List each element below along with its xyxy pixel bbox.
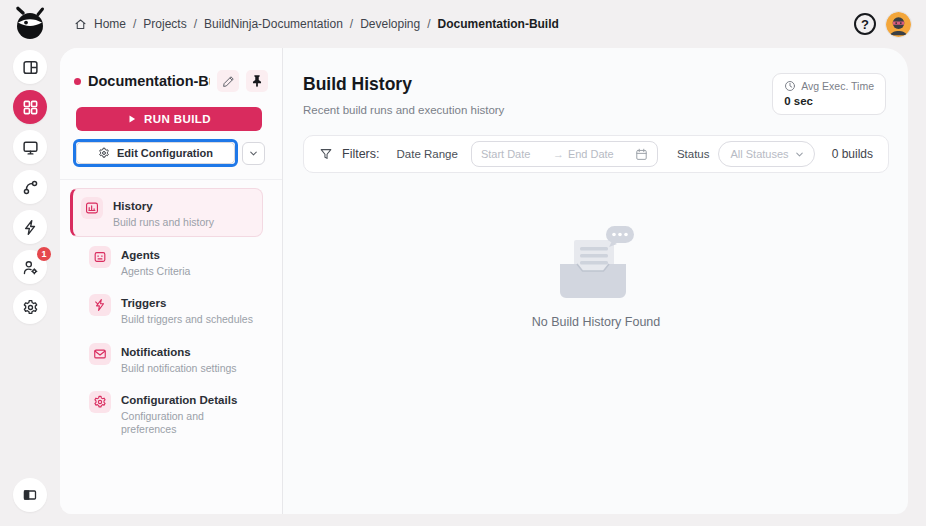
config-menu: HistoryBuild runs and history AgentsAgen… bbox=[60, 179, 282, 444]
run-build-button[interactable]: RUN BUILD bbox=[76, 107, 262, 131]
status-label: Status bbox=[677, 148, 710, 160]
agent-icon bbox=[89, 246, 111, 268]
pin-icon bbox=[250, 74, 264, 88]
pencil-icon bbox=[222, 75, 235, 88]
end-date-input[interactable] bbox=[568, 148, 626, 160]
board-icon[interactable] bbox=[13, 50, 47, 84]
pipeline-icon[interactable] bbox=[13, 170, 47, 204]
menu-item-configuration-details[interactable]: Configuration DetailsConfiguration and p… bbox=[70, 382, 263, 443]
status-dot bbox=[74, 78, 81, 85]
build-history-main: Build History Recent build runs and exec… bbox=[284, 48, 908, 514]
edit-configuration-button[interactable]: Edit Configuration bbox=[76, 142, 235, 164]
breadcrumb: Home / Projects / BuildNinja-Documentati… bbox=[74, 17, 559, 31]
notification-badge: 1 bbox=[37, 247, 51, 261]
gear-icon bbox=[89, 391, 111, 413]
breadcrumb-current: Documentation-Build bbox=[438, 17, 559, 31]
focus-highlight-box: Edit Configuration bbox=[73, 139, 238, 167]
empty-state-message: No Build History Found bbox=[532, 315, 661, 329]
bolt-icon[interactable] bbox=[13, 210, 47, 244]
empty-inbox-illustration bbox=[550, 226, 642, 306]
monitor-icon[interactable] bbox=[13, 130, 47, 164]
mail-icon bbox=[89, 343, 111, 365]
breadcrumb-separator: / bbox=[427, 17, 430, 31]
start-date-input[interactable] bbox=[481, 148, 553, 160]
date-range-picker[interactable]: → bbox=[471, 141, 658, 167]
config-title: Documentation-Bu... bbox=[88, 73, 210, 89]
chevron-down-icon bbox=[248, 148, 259, 159]
pin-button[interactable] bbox=[246, 70, 268, 92]
content-card: Documentation-Bu... RUN BUILD Edit Confi… bbox=[60, 48, 908, 514]
breadcrumb-project[interactable]: BuildNinja-Documentation bbox=[204, 17, 343, 31]
gear-icon[interactable] bbox=[13, 290, 47, 324]
range-arrow: → bbox=[553, 148, 564, 160]
breadcrumb-separator: / bbox=[194, 17, 197, 31]
edit-title-button[interactable] bbox=[217, 70, 239, 92]
date-range-label: Date Range bbox=[397, 148, 458, 160]
gear-icon bbox=[98, 147, 110, 159]
filters-bar: Filters: Date Range → Status All Statuse… bbox=[303, 135, 889, 173]
grid-icon[interactable] bbox=[13, 90, 47, 124]
menu-item-history[interactable]: HistoryBuild runs and history bbox=[70, 188, 263, 237]
empty-state: No Build History Found bbox=[284, 226, 908, 329]
avg-exec-time-card: Avg Exec. Time 0 sec bbox=[772, 73, 886, 115]
top-bar: Home / Projects / BuildNinja-Documentati… bbox=[0, 0, 926, 48]
play-icon bbox=[127, 114, 137, 124]
filters-label: Filters: bbox=[342, 147, 380, 161]
user-settings-icon[interactable]: 1 bbox=[13, 250, 47, 284]
avg-exec-time-value: 0 sec bbox=[784, 95, 874, 107]
help-button[interactable]: ? bbox=[854, 13, 876, 35]
status-select[interactable]: All Statuses bbox=[718, 141, 815, 167]
home-icon bbox=[74, 18, 87, 31]
chevron-down-icon bbox=[794, 149, 805, 160]
config-dropdown-button[interactable] bbox=[242, 142, 265, 165]
calendar-icon[interactable] bbox=[635, 148, 648, 161]
chart-icon bbox=[81, 197, 103, 219]
breadcrumb-separator: / bbox=[133, 17, 136, 31]
menu-item-triggers[interactable]: TriggersBuild triggers and schedules bbox=[70, 285, 263, 334]
breadcrumb-projects[interactable]: Projects bbox=[143, 17, 186, 31]
build-config-panel: Documentation-Bu... RUN BUILD Edit Confi… bbox=[60, 48, 283, 514]
breadcrumb-separator: / bbox=[350, 17, 353, 31]
funnel-icon bbox=[319, 147, 333, 161]
app-logo-ninja-icon[interactable] bbox=[8, 2, 52, 46]
clock-icon bbox=[784, 80, 796, 92]
user-avatar[interactable] bbox=[885, 11, 912, 38]
panel-toggle-icon[interactable] bbox=[13, 478, 47, 512]
builds-count: 0 builds bbox=[832, 147, 873, 161]
icon-rail: 1 bbox=[0, 48, 60, 526]
breadcrumb-home[interactable]: Home bbox=[94, 17, 126, 31]
menu-item-agents[interactable]: AgentsAgents Criteria bbox=[70, 237, 263, 286]
breadcrumb-env[interactable]: Developing bbox=[360, 17, 420, 31]
trigger-bolt-icon bbox=[89, 294, 111, 316]
menu-item-notifications[interactable]: NotificationsBuild notification settings bbox=[70, 334, 263, 383]
